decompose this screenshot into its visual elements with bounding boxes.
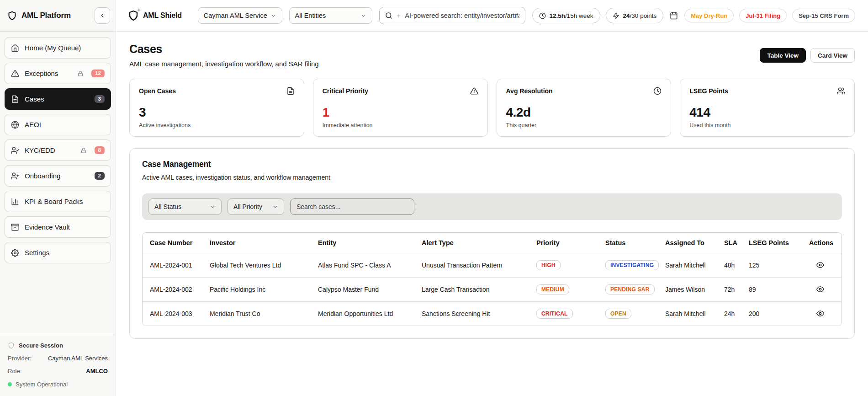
provider-value: Cayman AML Services (48, 355, 108, 362)
deadline-badge-dry-run: May Dry-Run (684, 9, 734, 22)
deadline-badge-crs-form: Sep-15 CRS Form (792, 9, 855, 22)
page-title: Cases (129, 43, 319, 56)
lock-icon (81, 148, 86, 153)
cell-assigned-to: James Wilson (665, 278, 724, 302)
stat-sublabel: This quarter (506, 122, 662, 128)
app-title: AML Platform (21, 11, 90, 20)
role-label: Role: (8, 368, 21, 375)
file-text-icon (11, 95, 19, 103)
sidebar-item-kyc-edd[interactable]: KYC/EDD 8 (5, 139, 111, 161)
stat-value: 3 (139, 106, 295, 119)
cell-alert-type: Sanctions Screening Hit (422, 302, 536, 326)
priority-badge: MEDIUM (536, 284, 569, 294)
chevron-down-icon (210, 204, 216, 210)
table-header-row: Case Number Investor Entity Alert Type P… (143, 233, 842, 253)
archive-icon (11, 223, 19, 231)
cell-case-number: AML-2024-003 (143, 302, 210, 326)
kyc-count-badge: 8 (95, 146, 105, 155)
status-filter-dropdown[interactable]: All Status (148, 198, 222, 215)
cell-case-number: AML-2024-002 (143, 278, 210, 302)
cell-entity: Atlas Fund SPC - Class A (318, 253, 422, 278)
stat-title: Critical Priority (323, 87, 368, 95)
status-badge: PENDING SAR (605, 284, 655, 294)
table-row: AML-2024-002 Pacific Holdings Inc Calyps… (143, 278, 842, 302)
cell-sla: 72h (724, 278, 749, 302)
cell-lseg-points: 200 (749, 302, 809, 326)
eye-icon (816, 310, 824, 317)
cell-entity: Meridian Opportunities Ltd (318, 302, 422, 326)
stat-value: 1 (323, 106, 478, 119)
onboarding-count-badge: 2 (95, 172, 105, 180)
case-search-input[interactable] (290, 198, 414, 215)
shield-sparkle-icon (128, 10, 139, 21)
sidebar-collapse-button[interactable] (95, 7, 110, 24)
cell-lseg-points: 89 (749, 278, 809, 302)
user-check-icon (11, 146, 19, 155)
stat-title: Open Cases (139, 87, 176, 95)
chevron-left-icon (99, 12, 106, 19)
role-row: Role: AMLCO (8, 368, 108, 375)
sidebar-footer: Secure Session Provider: Cayman AML Serv… (0, 335, 116, 396)
filter-bar: All Status All Priority (142, 193, 842, 220)
users-icon (837, 87, 845, 95)
sparkle-icon (396, 13, 401, 18)
cell-case-number: AML-2024-001 (143, 253, 210, 278)
view-case-button[interactable] (815, 309, 825, 318)
sidebar-item-label: AEOI (25, 121, 41, 128)
provider-label: Provider: (8, 355, 32, 362)
table-row: AML-2024-001 Global Tech Ventures Ltd At… (143, 253, 842, 278)
status-dot-icon (8, 382, 12, 386)
stat-value: 414 (689, 106, 845, 119)
sidebar-item-onboarding[interactable]: Onboarding 2 (5, 165, 111, 187)
stat-sublabel: Immediate attention (323, 122, 478, 128)
card-view-button[interactable]: Card View (810, 48, 855, 63)
zap-icon (613, 12, 619, 19)
table-view-button[interactable]: Table View (760, 48, 806, 63)
stat-cards: Open Cases 3 Active investigations Criti… (129, 79, 855, 137)
sidebar-item-aeoi[interactable]: AEOI (5, 114, 111, 135)
stat-card-avg-resolution: Avg Resolution 4.2d This quarter (497, 79, 672, 137)
case-management-panel: Case Management Active AML cases, invest… (129, 148, 855, 339)
sidebar-item-evidence-vault[interactable]: Evidence Vault (5, 216, 111, 238)
stat-value: 4.2d (506, 106, 662, 119)
exceptions-count-badge: 12 (91, 70, 105, 78)
sidebar-header: AML Platform (0, 0, 116, 32)
secure-session-row: Secure Session (8, 342, 108, 349)
entities-dropdown[interactable]: All Entities (289, 7, 373, 24)
cell-investor: Pacific Holdings Inc (210, 278, 318, 302)
col-alert-type: Alert Type (422, 233, 536, 253)
sidebar-item-exceptions[interactable]: Exceptions 12 (5, 63, 111, 84)
lock-icon (78, 71, 83, 76)
chevron-down-icon (272, 204, 278, 210)
eye-icon (816, 285, 824, 293)
search-input[interactable] (405, 12, 519, 19)
brand-name: AML Shield (143, 11, 182, 20)
sidebar-item-home[interactable]: Home (My Queue) (5, 37, 111, 59)
weekly-hours-badge: 12.5h/15h week (532, 8, 600, 23)
cell-entity: Calypso Master Fund (318, 278, 422, 302)
table-row: AML-2024-003 Meridian Trust Co Meridian … (143, 302, 842, 326)
page-subtitle: AML case management, investigation workf… (129, 60, 319, 68)
sidebar-nav: Home (My Queue) Exceptions 12 Cases 3 (0, 32, 116, 269)
home-icon (11, 44, 19, 52)
provider-dropdown[interactable]: Cayman AML Services (198, 7, 282, 24)
sidebar-item-kpi-board-packs[interactable]: KPI & Board Packs (5, 191, 111, 212)
priority-filter-dropdown[interactable]: All Priority (228, 198, 284, 215)
page-content: Cases AML case management, investigation… (116, 32, 868, 396)
alert-triangle-icon (470, 87, 478, 95)
page-header: Cases AML case management, investigation… (129, 43, 855, 68)
col-investor: Investor (210, 233, 318, 253)
global-search (379, 7, 525, 24)
sidebar-item-settings[interactable]: Settings (5, 242, 111, 263)
cell-assigned-to: Sarah Mitchell (665, 302, 724, 326)
globe-icon (11, 121, 19, 129)
sidebar-item-label: Evidence Vault (25, 223, 70, 231)
sidebar-item-label: Cases (25, 95, 44, 103)
sidebar-item-cases[interactable]: Cases 3 (5, 88, 111, 110)
view-case-button[interactable] (815, 260, 825, 270)
cell-assigned-to: Sarah Mitchell (665, 253, 724, 278)
col-lseg-points: LSEG Points (749, 233, 809, 253)
cases-table: Case Number Investor Entity Alert Type P… (142, 232, 842, 326)
brand: AML Shield (128, 10, 182, 21)
view-case-button[interactable] (815, 284, 825, 294)
